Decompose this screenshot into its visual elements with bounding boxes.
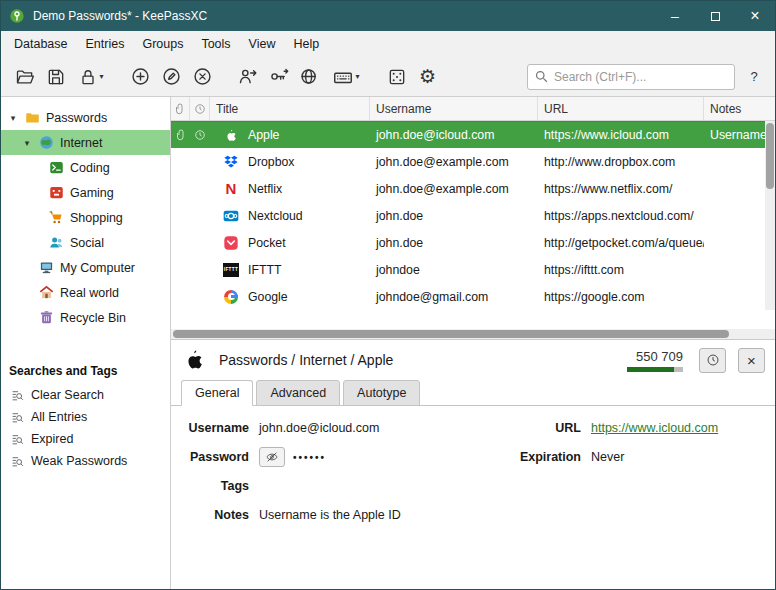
- search-label: Clear Search: [31, 388, 104, 402]
- toggle-password-visibility-button[interactable]: [259, 447, 285, 467]
- sidebar-item-shopping[interactable]: Shopping: [1, 205, 170, 230]
- title-bar[interactable]: Demo Passwords* - KeePassXC – ×: [1, 1, 775, 31]
- column-url[interactable]: URL: [538, 97, 704, 120]
- column-attachment[interactable]: [171, 97, 190, 120]
- copy-username-button[interactable]: [232, 62, 263, 92]
- expander-icon[interactable]: ▾: [21, 138, 33, 148]
- sidebar-item-all-entries[interactable]: All Entries: [1, 406, 170, 428]
- paperclip-icon: [175, 129, 187, 141]
- table-row-apple[interactable]: Apple john.doe@icloud.com https://www.ic…: [171, 121, 775, 148]
- search-list-icon: [11, 455, 24, 468]
- tab-advanced[interactable]: Advanced: [256, 380, 340, 406]
- password-generator-button[interactable]: [381, 62, 412, 92]
- autotype-button[interactable]: ▾: [325, 62, 367, 92]
- entry-title: IFTTT: [248, 263, 281, 277]
- horizontal-scrollbar[interactable]: [171, 329, 775, 339]
- username-label: Username: [187, 421, 249, 435]
- column-expiry[interactable]: [190, 97, 210, 120]
- close-button[interactable]: ×: [735, 1, 775, 31]
- search-list-icon: [11, 433, 24, 446]
- paperclip-icon: [174, 103, 186, 115]
- group-label: Recycle Bin: [60, 311, 126, 325]
- lock-database-button[interactable]: ▾: [71, 62, 111, 92]
- menu-entries[interactable]: Entries: [77, 31, 134, 57]
- menu-database[interactable]: Database: [5, 31, 77, 57]
- column-username[interactable]: Username: [370, 97, 538, 120]
- sidebar-item-real-world[interactable]: Real world: [1, 280, 170, 305]
- sidebar-item-my-computer[interactable]: My Computer: [1, 255, 170, 280]
- pocket-icon: [223, 235, 239, 251]
- plus-circle-icon: [130, 66, 151, 87]
- apple-icon: [223, 127, 239, 143]
- tab-autotype[interactable]: Autotype: [343, 380, 420, 406]
- save-database-button[interactable]: [40, 62, 71, 92]
- sidebar-item-coding[interactable]: Coding: [1, 155, 170, 180]
- timer-button[interactable]: [699, 348, 726, 373]
- menu-tools[interactable]: Tools: [192, 31, 239, 57]
- username-value: john.doe@icloud.com: [259, 421, 379, 435]
- search-input[interactable]: [554, 70, 728, 84]
- counter-value: 550 709: [627, 349, 683, 364]
- table-row-pocket[interactable]: Pocket john.doe http://getpocket.com/a/q…: [171, 229, 775, 256]
- password-masked-value: ••••••: [293, 452, 326, 463]
- table-row-dropbox[interactable]: Dropbox john.doe@example.com http://www.…: [171, 148, 775, 175]
- maximize-icon: [711, 12, 720, 21]
- sidebar-item-gaming[interactable]: Gaming: [1, 180, 170, 205]
- tab-general[interactable]: General: [181, 380, 253, 406]
- sidebar-item-recycle-bin[interactable]: Recycle Bin: [1, 305, 170, 330]
- settings-button[interactable]: ⚙: [412, 62, 443, 92]
- vertical-scrollbar[interactable]: [765, 121, 775, 310]
- edit-entry-button[interactable]: [156, 62, 187, 92]
- search-list-icon: [11, 389, 24, 402]
- entry-username: john.doe: [370, 229, 538, 256]
- table-row-ifttt[interactable]: IFTTT IFTTT johndoe https://ifttt.com: [171, 256, 775, 283]
- help-button[interactable]: ?: [741, 64, 767, 90]
- column-title[interactable]: Title: [210, 97, 370, 120]
- window-title: Demo Passwords* - KeePassXC: [33, 9, 655, 23]
- sidebar-item-social[interactable]: Social: [1, 230, 170, 255]
- copy-password-button[interactable]: [263, 62, 294, 92]
- new-entry-button[interactable]: [125, 62, 156, 92]
- menu-help[interactable]: Help: [284, 31, 328, 57]
- expander-icon[interactable]: ▾: [7, 113, 19, 123]
- vertical-scrollbar-thumb[interactable]: [766, 123, 774, 189]
- entry-title: Pocket: [248, 236, 286, 250]
- sidebar-item-clear-search[interactable]: Clear Search: [1, 384, 170, 406]
- search-label: Expired: [31, 432, 73, 446]
- entry-url-link[interactable]: https://www.icloud.com: [591, 421, 718, 435]
- sidebar-item-weak-passwords[interactable]: Weak Passwords: [1, 450, 170, 472]
- clock-icon: [194, 103, 206, 115]
- horizontal-scrollbar-thumb[interactable]: [173, 330, 729, 338]
- table-row-nextcloud[interactable]: Nextcloud john.doe https://apps.nextclou…: [171, 202, 775, 229]
- menu-groups[interactable]: Groups: [133, 31, 192, 57]
- home-icon: [39, 285, 54, 300]
- maximize-button[interactable]: [695, 1, 735, 31]
- sidebar-item-expired[interactable]: Expired: [1, 428, 170, 450]
- user-arrow-icon: [237, 66, 258, 87]
- minimize-button[interactable]: –: [655, 1, 695, 31]
- save-icon: [46, 67, 66, 87]
- group-label: Gaming: [70, 186, 114, 200]
- group-label: Coding: [70, 161, 110, 175]
- table-row-google[interactable]: Google johndoe@gmail.com https://google.…: [171, 283, 775, 310]
- group-label: Shopping: [70, 211, 123, 225]
- entry-username: john.doe@example.com: [370, 148, 538, 175]
- netflix-icon: N: [223, 181, 239, 197]
- open-database-button[interactable]: [9, 62, 40, 92]
- column-notes[interactable]: Notes: [704, 97, 775, 120]
- delete-entry-button[interactable]: [187, 62, 218, 92]
- close-preview-button[interactable]: ×: [738, 348, 765, 373]
- menu-view[interactable]: View: [240, 31, 285, 57]
- sidebar-item-passwords[interactable]: ▾ Passwords: [1, 105, 170, 130]
- entry-url: https://apps.nextcloud.com/: [538, 202, 704, 229]
- table-row-netflix[interactable]: N Netflix john.doe@example.com https://w…: [171, 175, 775, 202]
- search-box[interactable]: [527, 64, 735, 90]
- open-url-button[interactable]: [294, 62, 325, 92]
- sidebar-item-internet[interactable]: ▾ Internet: [1, 130, 170, 155]
- google-icon: [223, 289, 239, 305]
- keepassxc-app-icon: [9, 8, 25, 24]
- keyboard-icon: [332, 66, 354, 88]
- entry-url: http://getpocket.com/a/queue/: [538, 229, 704, 256]
- url-label: URL: [517, 421, 581, 435]
- group-tree-sidebar: ▾ Passwords ▾ Internet Coding Gaming Sho…: [1, 97, 171, 589]
